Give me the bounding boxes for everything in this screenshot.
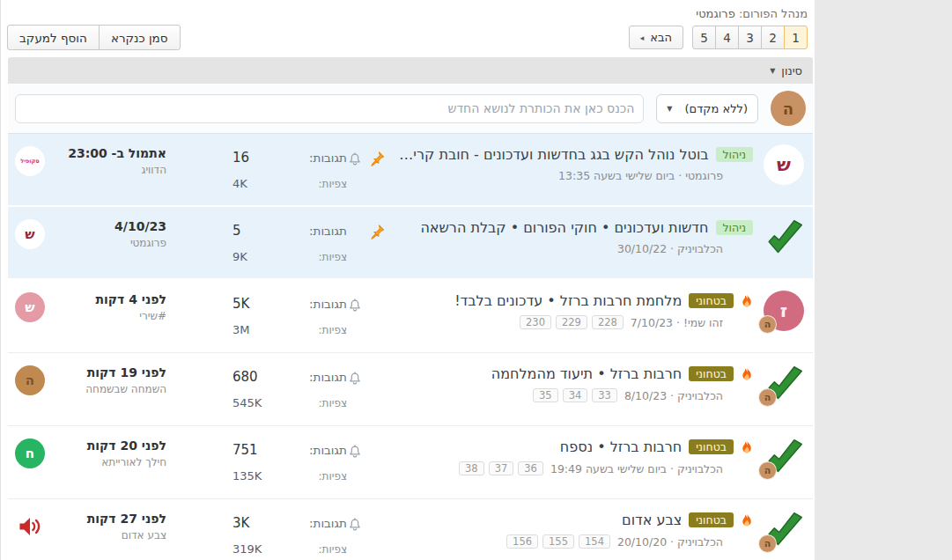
last-reply-avatar[interactable]: ש (15, 219, 45, 249)
thread-page-link-37[interactable]: 37 (489, 461, 514, 475)
last-reply-avatar[interactable]: ח (15, 438, 45, 468)
views-label: צפיות: (277, 251, 347, 263)
next-page-label: הבא (650, 31, 672, 44)
participant-mini-avatar: ה (758, 315, 777, 334)
last-reply-time[interactable]: לפני 20 דקות (87, 438, 166, 453)
last-reply-avatar-img[interactable]: ה (15, 365, 45, 395)
thread-author-date: זהו שמי! · 7/10/23 (631, 316, 723, 329)
replies-count: 16 (215, 150, 277, 166)
hot-flame-icon (741, 512, 753, 527)
next-page-button[interactable]: הבא ◂ (629, 26, 683, 49)
thread-main-cell: בטחוני חרבות ברזל • נספח הכלבויניק · ביו… (395, 438, 753, 498)
thread-main-cell: בטחוני צבע אדום הכלבויניק · 20/10/20 154… (395, 512, 753, 560)
last-reply-avatar-img[interactable] (15, 512, 45, 542)
thread-starter-avatar-wrap[interactable]: ה (764, 510, 804, 550)
filter-dropdown[interactable]: סינון ▼ (8, 57, 813, 84)
thread-prefix-badge[interactable]: בטחוני (689, 512, 734, 527)
thread-page-link-38[interactable]: 38 (459, 461, 484, 475)
thread-starter-avatar[interactable] (764, 217, 804, 258)
composer-avatar[interactable]: ה (771, 91, 806, 126)
last-reply-avatar[interactable] (15, 512, 45, 542)
page-button-5[interactable]: 5 (692, 26, 716, 49)
thread-starter-avatar[interactable]: ש (764, 144, 804, 185)
last-reply-user[interactable]: #שירי (95, 310, 166, 322)
forum-manager-line: מנהל הפורום: פרוגמטי (1, 0, 815, 22)
replies-count: 5K (215, 296, 277, 312)
thread-starter-avatar-wrap[interactable] (764, 217, 804, 258)
thread-page-link-228[interactable]: 228 (592, 315, 624, 329)
forum-manager-name-link[interactable]: פרוגמטי (696, 7, 735, 20)
page-button-2[interactable]: 2 (761, 26, 785, 49)
page-button-4[interactable]: 4 (715, 26, 739, 49)
thread-title-link[interactable]: צבע אדום (622, 512, 682, 528)
thread-author-date: הכלבויניק · ביום שלישי בשעה 19:49 (550, 462, 723, 475)
thread-author-date: הכלבויניק · 30/10/22 (617, 242, 723, 255)
thread-meta-line: הכלבויניק · ביום שלישי בשעה 19:49 363738 (395, 461, 753, 475)
prefix-select[interactable]: (ללא מקדם) ▼ (656, 94, 758, 123)
last-reply-cell: לפני 19 דקות השמחה שבשמחה ה (15, 364, 166, 425)
thread-title-link[interactable]: מלחמת חרבות ברזל • עדכונים בלבד! (454, 292, 682, 309)
last-reply-avatar[interactable]: ה (15, 365, 45, 395)
last-reply-user[interactable]: פרוגמטי (114, 237, 166, 249)
last-reply-time[interactable]: לפני 27 דקות (87, 512, 166, 526)
thread-prefix-badge[interactable]: ניהול (716, 147, 753, 162)
last-reply-avatar-img[interactable]: ח (15, 438, 45, 468)
thread-page-links: 363738 (459, 461, 543, 475)
page-button-1[interactable]: 1 (784, 26, 808, 49)
thread-title-link[interactable]: חרבות ברזל • נספח (560, 438, 682, 455)
thread-page-link-34[interactable]: 34 (563, 388, 588, 402)
thread-page-link-156[interactable]: 156 (506, 534, 538, 549)
last-reply-time[interactable]: לפני 19 דקות (85, 365, 166, 379)
sticky-pin-icon (369, 224, 385, 240)
views-label: צפיות: (277, 397, 347, 409)
thread-prefix-badge[interactable]: ניהול (716, 220, 753, 235)
thread-title-link[interactable]: חדשות ועדכונים • חוקי הפורום • קבלת הרשא… (420, 219, 708, 236)
thread-row[interactable]: ז ה בטחוני מלחמת חרבות ברזל • עדכונים בל… (8, 280, 813, 353)
thread-row[interactable]: ש ניהול בוטל נוהל הקש בגג בחדשות ועדכוני… (8, 134, 813, 207)
thread-page-link-229[interactable]: 229 (556, 315, 587, 329)
thread-title-link[interactable]: חרבות ברזל • תיעוד מהמלחמה (491, 365, 683, 382)
thread-page-link-155[interactable]: 155 (542, 534, 574, 549)
last-reply-user[interactable]: צבע אדום (87, 529, 166, 542)
thread-prefix-badge[interactable]: בטחוני (689, 293, 734, 308)
thread-page-link-33[interactable]: 33 (592, 388, 617, 402)
last-reply-avatar-img[interactable]: ש (15, 292, 45, 322)
last-reply-avatar-img[interactable]: ש (15, 219, 45, 249)
page-button-3[interactable]: 3 (738, 26, 762, 49)
last-reply-avatar[interactable]: ש (15, 292, 45, 322)
last-reply-user[interactable]: השמחה שבשמחה (85, 383, 166, 395)
filter-caret-icon: ▼ (770, 67, 775, 75)
thread-title-link[interactable]: בוטל נוהל הקש בגג בחדשות ועדכונים - חובת… (395, 146, 709, 163)
thread-starter-avatar-wrap[interactable]: ה (764, 437, 804, 477)
last-reply-avatar-img[interactable]: סקופיל (15, 146, 45, 176)
last-reply-time[interactable]: 4/10/23 (114, 219, 166, 233)
thread-starter-avatar-wrap[interactable]: ז ה (764, 291, 804, 331)
thread-page-link-35[interactable]: 35 (533, 388, 558, 402)
new-topic-input[interactable] (15, 94, 644, 123)
thread-page-link-230[interactable]: 230 (520, 315, 551, 329)
last-reply-time[interactable]: לפני 4 דקות (95, 292, 166, 306)
replies-count: 5 (215, 223, 277, 239)
thread-row[interactable]: ה בטחוני חרבות ברזל • תיעוד מהמלחמה הכלב… (8, 353, 813, 426)
thread-row[interactable]: ה בטחוני צבע אדום הכלבויניק · 20/10/20 1… (8, 499, 813, 560)
last-reply-avatar[interactable]: סקופיל (15, 146, 45, 176)
last-reply-user[interactable]: חילך לאורייתא (87, 456, 166, 468)
last-reply-time[interactable]: אתמול ב- 23:00 (68, 146, 166, 160)
thread-starter-avatar-wrap[interactable]: ה (764, 364, 804, 404)
thread-status-icons (347, 364, 389, 425)
next-arrow-icon: ◂ (640, 33, 645, 42)
watching-bell-icon (347, 297, 363, 313)
thread-prefix-badge[interactable]: בטחוני (689, 439, 734, 454)
last-reply-user[interactable]: הדוויג (68, 164, 166, 176)
sticky-pin-icon (369, 151, 385, 167)
thread-row[interactable]: ה בטחוני חרבות ברזל • נספח הכלבויניק · ב… (8, 426, 813, 499)
thread-page-link-36[interactable]: 36 (518, 461, 543, 475)
thread-prefix-badge[interactable]: בטחוני (689, 366, 734, 381)
thread-page-link-154[interactable]: 154 (579, 534, 610, 549)
thread-row[interactable]: ניהול חדשות ועדכונים • חוקי הפורום • קבל… (8, 207, 813, 280)
mark-read-button[interactable]: סמן כנקרא (99, 25, 181, 50)
add-watch-button[interactable]: הוסף למעקב (7, 25, 100, 50)
replies-label: תגובות: (277, 516, 347, 530)
replies-label: תגובות: (277, 151, 347, 165)
thread-starter-avatar-wrap[interactable]: ש (764, 144, 804, 185)
